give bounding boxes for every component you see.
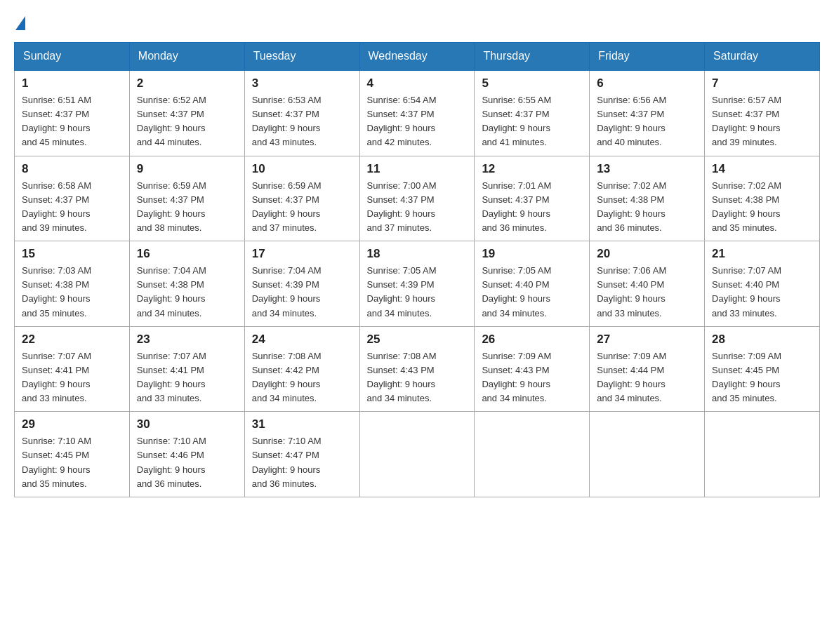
day-info: Sunrise: 6:56 AMSunset: 4:37 PMDaylight:… xyxy=(597,93,697,150)
day-info: Sunrise: 6:59 AMSunset: 4:37 PMDaylight:… xyxy=(252,179,352,236)
header-cell-monday: Monday xyxy=(129,43,244,71)
calendar-cell: 5 Sunrise: 6:55 AMSunset: 4:37 PMDayligh… xyxy=(475,70,590,156)
day-info: Sunrise: 7:10 AMSunset: 4:46 PMDaylight:… xyxy=(137,434,237,491)
calendar-cell: 16 Sunrise: 7:04 AMSunset: 4:38 PMDaylig… xyxy=(129,241,244,327)
calendar-cell: 17 Sunrise: 7:04 AMSunset: 4:39 PMDaylig… xyxy=(244,241,359,327)
day-info: Sunrise: 7:06 AMSunset: 4:40 PMDaylight:… xyxy=(597,264,697,321)
calendar-cell xyxy=(359,412,475,497)
header-cell-friday: Friday xyxy=(590,43,705,71)
day-info: Sunrise: 7:05 AMSunset: 4:40 PMDaylight:… xyxy=(482,264,582,321)
calendar-cell: 1 Sunrise: 6:51 AMSunset: 4:37 PMDayligh… xyxy=(15,70,130,156)
day-number: 12 xyxy=(482,162,582,176)
day-info: Sunrise: 7:10 AMSunset: 4:47 PMDaylight:… xyxy=(252,434,352,491)
day-number: 3 xyxy=(252,76,352,90)
day-info: Sunrise: 7:07 AMSunset: 4:40 PMDaylight:… xyxy=(712,264,812,321)
calendar-cell: 20 Sunrise: 7:06 AMSunset: 4:40 PMDaylig… xyxy=(590,241,705,327)
day-info: Sunrise: 7:05 AMSunset: 4:39 PMDaylight:… xyxy=(367,264,468,321)
calendar-cell xyxy=(590,412,705,497)
day-number: 2 xyxy=(137,76,237,90)
calendar-header-row: SundayMondayTuesdayWednesdayThursdayFrid… xyxy=(15,43,820,71)
header-cell-tuesday: Tuesday xyxy=(244,43,359,71)
header-cell-saturday: Saturday xyxy=(705,43,820,71)
day-number: 7 xyxy=(712,76,812,90)
day-info: Sunrise: 7:04 AMSunset: 4:39 PMDaylight:… xyxy=(252,264,352,321)
day-number: 8 xyxy=(22,162,122,176)
calendar-week-row: 22 Sunrise: 7:07 AMSunset: 4:41 PMDaylig… xyxy=(15,326,820,412)
calendar-cell: 8 Sunrise: 6:58 AMSunset: 4:37 PMDayligh… xyxy=(15,156,130,241)
calendar-cell: 22 Sunrise: 7:07 AMSunset: 4:41 PMDaylig… xyxy=(15,326,130,412)
logo-text xyxy=(14,14,27,28)
day-number: 29 xyxy=(22,417,122,431)
calendar-cell: 18 Sunrise: 7:05 AMSunset: 4:39 PMDaylig… xyxy=(359,241,475,327)
calendar-cell: 30 Sunrise: 7:10 AMSunset: 4:46 PMDaylig… xyxy=(129,412,244,497)
day-number: 18 xyxy=(367,247,468,261)
calendar-cell: 21 Sunrise: 7:07 AMSunset: 4:40 PMDaylig… xyxy=(705,241,820,327)
day-info: Sunrise: 7:09 AMSunset: 4:45 PMDaylight:… xyxy=(712,349,812,406)
day-info: Sunrise: 7:02 AMSunset: 4:38 PMDaylight:… xyxy=(597,179,697,236)
day-info: Sunrise: 7:09 AMSunset: 4:44 PMDaylight:… xyxy=(597,349,697,406)
day-info: Sunrise: 7:01 AMSunset: 4:37 PMDaylight:… xyxy=(482,179,582,236)
day-number: 21 xyxy=(712,247,812,261)
calendar-table: SundayMondayTuesdayWednesdayThursdayFrid… xyxy=(14,42,820,497)
calendar-week-row: 29 Sunrise: 7:10 AMSunset: 4:45 PMDaylig… xyxy=(15,412,820,497)
day-info: Sunrise: 7:09 AMSunset: 4:43 PMDaylight:… xyxy=(482,349,582,406)
calendar-cell: 14 Sunrise: 7:02 AMSunset: 4:38 PMDaylig… xyxy=(705,156,820,241)
day-number: 27 xyxy=(597,333,697,347)
day-number: 4 xyxy=(367,76,468,90)
day-info: Sunrise: 7:10 AMSunset: 4:45 PMDaylight:… xyxy=(22,434,122,491)
header-cell-wednesday: Wednesday xyxy=(359,43,475,71)
calendar-cell: 27 Sunrise: 7:09 AMSunset: 4:44 PMDaylig… xyxy=(590,326,705,412)
day-info: Sunrise: 6:52 AMSunset: 4:37 PMDaylight:… xyxy=(137,93,237,150)
page-header xyxy=(14,14,820,28)
day-number: 26 xyxy=(482,333,582,347)
day-number: 28 xyxy=(712,333,812,347)
day-number: 19 xyxy=(482,247,582,261)
day-number: 30 xyxy=(137,417,237,431)
day-info: Sunrise: 7:08 AMSunset: 4:42 PMDaylight:… xyxy=(252,349,352,406)
day-info: Sunrise: 7:02 AMSunset: 4:38 PMDaylight:… xyxy=(712,179,812,236)
day-number: 1 xyxy=(22,76,122,90)
calendar-cell: 6 Sunrise: 6:56 AMSunset: 4:37 PMDayligh… xyxy=(590,70,705,156)
day-info: Sunrise: 7:03 AMSunset: 4:38 PMDaylight:… xyxy=(22,264,122,321)
day-number: 13 xyxy=(597,162,697,176)
day-info: Sunrise: 6:57 AMSunset: 4:37 PMDaylight:… xyxy=(712,93,812,150)
day-info: Sunrise: 7:04 AMSunset: 4:38 PMDaylight:… xyxy=(137,264,237,321)
logo xyxy=(14,14,27,28)
calendar-cell: 4 Sunrise: 6:54 AMSunset: 4:37 PMDayligh… xyxy=(359,70,475,156)
day-info: Sunrise: 7:00 AMSunset: 4:37 PMDaylight:… xyxy=(367,179,468,236)
day-number: 23 xyxy=(137,333,237,347)
day-number: 31 xyxy=(252,417,352,431)
calendar-cell: 13 Sunrise: 7:02 AMSunset: 4:38 PMDaylig… xyxy=(590,156,705,241)
calendar-cell: 12 Sunrise: 7:01 AMSunset: 4:37 PMDaylig… xyxy=(475,156,590,241)
calendar-week-row: 15 Sunrise: 7:03 AMSunset: 4:38 PMDaylig… xyxy=(15,241,820,327)
header-cell-sunday: Sunday xyxy=(15,43,130,71)
day-number: 10 xyxy=(252,162,352,176)
logo-arrow-icon xyxy=(15,16,25,30)
calendar-cell: 2 Sunrise: 6:52 AMSunset: 4:37 PMDayligh… xyxy=(129,70,244,156)
calendar-cell: 19 Sunrise: 7:05 AMSunset: 4:40 PMDaylig… xyxy=(475,241,590,327)
day-number: 15 xyxy=(22,247,122,261)
day-number: 22 xyxy=(22,333,122,347)
calendar-cell: 23 Sunrise: 7:07 AMSunset: 4:41 PMDaylig… xyxy=(129,326,244,412)
calendar-cell: 15 Sunrise: 7:03 AMSunset: 4:38 PMDaylig… xyxy=(15,241,130,327)
calendar-week-row: 1 Sunrise: 6:51 AMSunset: 4:37 PMDayligh… xyxy=(15,70,820,156)
calendar-cell: 10 Sunrise: 6:59 AMSunset: 4:37 PMDaylig… xyxy=(244,156,359,241)
day-number: 17 xyxy=(252,247,352,261)
day-info: Sunrise: 6:54 AMSunset: 4:37 PMDaylight:… xyxy=(367,93,468,150)
day-info: Sunrise: 6:58 AMSunset: 4:37 PMDaylight:… xyxy=(22,179,122,236)
calendar-cell: 31 Sunrise: 7:10 AMSunset: 4:47 PMDaylig… xyxy=(244,412,359,497)
calendar-cell: 29 Sunrise: 7:10 AMSunset: 4:45 PMDaylig… xyxy=(15,412,130,497)
calendar-week-row: 8 Sunrise: 6:58 AMSunset: 4:37 PMDayligh… xyxy=(15,156,820,241)
calendar-cell: 24 Sunrise: 7:08 AMSunset: 4:42 PMDaylig… xyxy=(244,326,359,412)
day-number: 24 xyxy=(252,333,352,347)
day-number: 16 xyxy=(137,247,237,261)
calendar-cell xyxy=(475,412,590,497)
calendar-cell xyxy=(705,412,820,497)
day-number: 25 xyxy=(367,333,468,347)
day-number: 9 xyxy=(137,162,237,176)
calendar-cell: 25 Sunrise: 7:08 AMSunset: 4:43 PMDaylig… xyxy=(359,326,475,412)
day-info: Sunrise: 7:08 AMSunset: 4:43 PMDaylight:… xyxy=(367,349,468,406)
day-info: Sunrise: 6:59 AMSunset: 4:37 PMDaylight:… xyxy=(137,179,237,236)
day-info: Sunrise: 7:07 AMSunset: 4:41 PMDaylight:… xyxy=(137,349,237,406)
calendar-cell: 11 Sunrise: 7:00 AMSunset: 4:37 PMDaylig… xyxy=(359,156,475,241)
